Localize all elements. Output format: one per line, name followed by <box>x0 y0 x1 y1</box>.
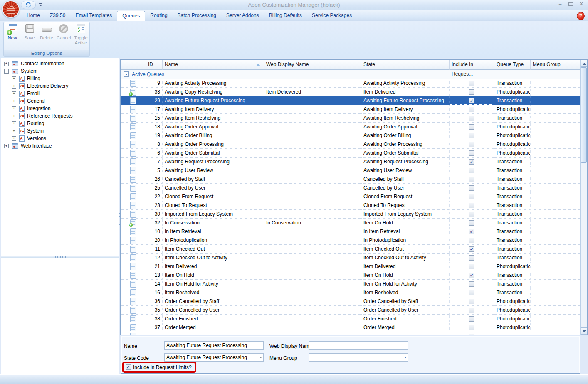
include-in-request-checkbox[interactable] <box>469 255 474 261</box>
tab-routing[interactable]: Routing <box>145 11 172 20</box>
include-in-request-checkbox[interactable] <box>469 142 474 147</box>
expand-icon[interactable]: + <box>4 62 9 66</box>
queue-row-order-cancelled-by-user[interactable]: 35Order Cancelled by UserOrder Cancelled… <box>121 306 581 315</box>
tree-item-system[interactable]: +System <box>1 127 119 135</box>
include-in-request-checkbox[interactable] <box>469 273 474 278</box>
include-in-request-limits-checkbox[interactable] <box>126 364 131 370</box>
tab-queues[interactable]: Queues <box>117 11 145 21</box>
delete-button[interactable]: Delete <box>38 23 55 50</box>
grid-vertical-scrollbar[interactable] <box>580 60 587 335</box>
scroll-up-icon[interactable] <box>581 60 587 67</box>
close-icon[interactable]: × <box>580 2 583 6</box>
queue-row-awaiting-request-processing[interactable]: 7Awaiting Request ProcessingAwaiting Req… <box>121 158 581 166</box>
toggle-active-button[interactable]: Toggle Active <box>72 23 89 50</box>
queue-row-awaiting-item-reshelving[interactable]: 15Awaiting Item ReshelvingAwaiting Item … <box>121 114 581 123</box>
include-in-request-checkbox[interactable] <box>469 238 474 243</box>
include-in-request-checkbox[interactable] <box>469 177 474 182</box>
queue-row-in-photoduplication[interactable]: 20In PhotoduplicationIn Photoduplication… <box>121 236 581 245</box>
column-header-include-in-reques[interactable]: Include In Reques... <box>450 60 494 70</box>
queue-row-item-on-hold[interactable]: 13Item On HoldItem On HoldTransaction <box>121 271 581 280</box>
queue-row-cloned-to-request[interactable]: 23Cloned To RequestCloned To RequestTran… <box>121 201 581 210</box>
queue-row-cloned-from-request[interactable]: 22Cloned From RequestCloned From Request… <box>121 192 581 201</box>
tree-item-electronic-delivery[interactable]: +Electronic Delivery <box>1 82 119 90</box>
name-field[interactable]: Awaiting Future Request Processing <box>164 341 264 350</box>
include-in-request-checkbox[interactable] <box>469 168 474 173</box>
queue-row-item-checked-out-to-activity[interactable]: 12Item Checked Out to ActivityItem Check… <box>121 254 581 262</box>
tab-batch-processing[interactable]: Batch Processing <box>173 11 221 20</box>
include-in-request-checkbox[interactable] <box>469 325 474 330</box>
expand-icon[interactable]: + <box>12 114 16 118</box>
quick-access-toolbar[interactable] <box>21 1 36 9</box>
expand-icon[interactable]: + <box>12 129 16 133</box>
queue-row-item-delivered[interactable]: 21Item DeliveredItem DeliveredPhotodupli… <box>121 262 581 271</box>
tab-service-packages[interactable]: Service Packages <box>307 11 357 20</box>
column-header-menu-group[interactable]: Menu Group <box>531 60 581 70</box>
tree-item-integration[interactable]: +Integration <box>1 105 119 112</box>
tree-item-system[interactable]: -System <box>1 67 119 75</box>
queue-row-in-conservation[interactable]: +32In ConservationIn ConservationItem On… <box>121 219 581 227</box>
expand-icon[interactable]: + <box>12 99 16 103</box>
queue-row-awaiting-activity-processing[interactable]: 9Awaiting Activity ProcessingAwaiting Ac… <box>121 79 581 88</box>
queue-row-awaiting-order-processing[interactable]: 8Awaiting Order ProcessingAwaiting Order… <box>121 140 581 149</box>
collapse-group-icon[interactable]: - <box>124 71 129 77</box>
queue-row-in-item-retrieval[interactable]: 10In Item RetrievalIn Item RetrievalTran… <box>121 227 581 236</box>
queue-row-partial[interactable] <box>121 332 581 335</box>
maximize-icon[interactable] <box>568 2 573 6</box>
queue-row-order-cancelled-by-staff[interactable]: 36Order Cancelled by StaffOrder Cancelle… <box>121 297 581 306</box>
menu-group-combobox[interactable] <box>309 353 408 362</box>
cancel-button[interactable]: Cancel <box>55 23 72 50</box>
column-header-name[interactable]: Name <box>163 60 264 70</box>
column-header-id[interactable]: ID <box>146 60 163 70</box>
queue-row-awaiting-copy-reshelving[interactable]: +33Awaiting Copy ReshelvingItem Deliever… <box>121 88 581 96</box>
tab-billing-defaults[interactable]: Billing Defaults <box>264 11 307 20</box>
expand-icon[interactable]: + <box>12 91 16 96</box>
queue-row-awaiting-order-billing[interactable]: 19Awaiting Order BillingAwaiting Order B… <box>121 131 581 140</box>
state-code-combobox[interactable]: Awaiting Future Request Processing <box>164 353 264 362</box>
column-header-web-display-name[interactable]: Web Display Name <box>264 60 361 70</box>
queue-row-awaiting-user-review[interactable]: 5Awaiting User ReviewAwaiting User Revie… <box>121 166 581 175</box>
include-in-request-checkbox[interactable] <box>469 116 474 121</box>
tree-item-routing[interactable]: +Routing <box>1 120 119 127</box>
include-in-request-checkbox[interactable] <box>469 89 474 95</box>
chevron-down-icon[interactable] <box>404 357 407 358</box>
tree-item-contact-information[interactable]: +Contact Information <box>1 60 119 67</box>
include-in-request-checkbox[interactable] <box>469 203 474 208</box>
include-in-request-checkbox[interactable] <box>469 212 474 217</box>
queue-row-awaiting-future-request-processing[interactable]: 29Awaiting Future Request ProcessingAwai… <box>121 96 581 105</box>
tab-home[interactable]: Home <box>22 11 45 20</box>
include-in-request-checkbox[interactable] <box>469 246 474 252</box>
include-in-request-checkbox[interactable] <box>469 81 474 86</box>
horizontal-splitter[interactable] <box>1 256 119 258</box>
queue-row-awaiting-item-delivery[interactable]: 17Awaiting Item DeliveryAwaiting Item De… <box>121 105 581 114</box>
queue-row-cancelled-by-staff[interactable]: 26Cancelled by StaffCancelled by StaffTr… <box>121 175 581 184</box>
expand-icon[interactable]: + <box>12 106 16 111</box>
include-in-request-checkbox[interactable] <box>469 316 474 322</box>
include-in-request-checkbox[interactable] <box>469 229 474 234</box>
include-in-request-checkbox[interactable] <box>469 133 474 138</box>
expand-icon[interactable]: + <box>12 121 16 126</box>
include-in-request-checkbox[interactable] <box>469 264 474 269</box>
include-in-request-checkbox[interactable] <box>469 290 474 295</box>
include-in-request-checkbox[interactable] <box>469 185 474 191</box>
application-menu-button[interactable] <box>2 0 20 18</box>
queue-row-imported-from-legacy-system[interactable]: 30Imported From Legacy SystemImported Fr… <box>121 210 581 219</box>
group-row-active-queues[interactable]: - Active Queues <box>121 70 587 79</box>
column-header-queue-type[interactable]: Queue Type <box>494 60 531 70</box>
scrollbar-thumb[interactable] <box>581 67 587 163</box>
tree-item-billing[interactable]: +Billing <box>1 75 119 82</box>
tree-item-reference-requests[interactable]: +Reference Requests <box>1 112 119 120</box>
include-in-request-checkbox[interactable] <box>469 308 474 313</box>
queue-row-cancelled-by-user[interactable]: 25Cancelled by UserCancelled by UserTran… <box>121 184 581 192</box>
expand-icon[interactable]: + <box>12 136 16 141</box>
include-in-request-checkbox[interactable] <box>469 98 474 103</box>
queue-row-item-checked-out[interactable]: 11Item Checked OutItem Checked OutTransa… <box>121 245 581 254</box>
queue-row-item-on-hold-for-activity[interactable]: 14Item On Hold for ActivityItem On Hold … <box>121 280 581 288</box>
queue-row-order-finished[interactable]: 38Order FinishedOrder FinishedPhotodupli… <box>121 315 581 323</box>
tree-item-versions[interactable]: +Versions <box>1 135 119 142</box>
collapse-icon[interactable]: - <box>4 69 9 74</box>
web-display-name-field[interactable] <box>309 341 408 350</box>
scroll-down-icon[interactable] <box>581 327 587 335</box>
new-button[interactable]: +New <box>4 23 21 50</box>
queue-row-order-merged[interactable]: 37Order MergedOrder MergedPhotoduplicati… <box>121 323 581 332</box>
tab-server-addons[interactable]: Server Addons <box>221 11 264 20</box>
